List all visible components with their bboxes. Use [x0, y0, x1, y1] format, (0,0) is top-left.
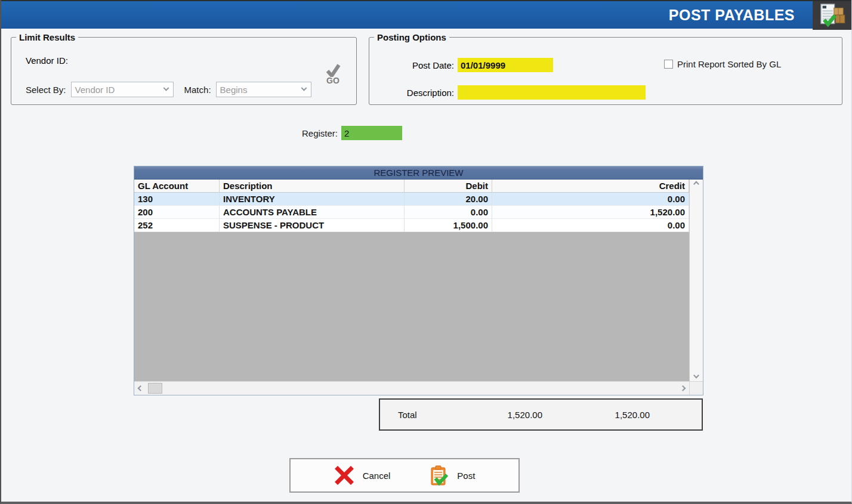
register-row: Register: 2 [302, 126, 402, 140]
vendor-id-label: Vendor ID: [26, 55, 68, 66]
posting-options-legend: Posting Options [374, 32, 449, 42]
table-cell-credit[interactable]: 1,520.00 [492, 206, 689, 219]
checkmark-icon [325, 64, 341, 77]
print-report-label: Print Report Sorted By GL [677, 59, 781, 69]
limit-results-group: Limit Results Vendor ID: Select By: Vend… [11, 32, 357, 105]
post-date-input[interactable]: 01/01/9999 [458, 58, 553, 72]
column-header-credit[interactable]: Credit [492, 180, 689, 193]
match-value: Begins [220, 85, 248, 95]
chevron-down-icon [163, 85, 169, 91]
match-dropdown[interactable]: Begins [216, 82, 311, 97]
post-clipboard-icon [428, 465, 449, 486]
scroll-left-icon[interactable] [138, 385, 144, 391]
go-button[interactable]: GO [325, 64, 341, 85]
register-input[interactable]: 2 [341, 126, 402, 140]
total-credit-value: 1,520.00 [571, 410, 650, 420]
go-label: GO [326, 76, 339, 85]
cancel-label: Cancel [363, 471, 391, 481]
table-cell-debit[interactable]: 20.00 [405, 193, 492, 206]
table-cell-debit[interactable]: 1,500.00 [405, 219, 492, 232]
select-by-value: Vendor ID [75, 85, 115, 95]
register-preview-table: REGISTER PREVIEW GL Account Description … [134, 166, 703, 395]
total-label: Total [398, 410, 417, 420]
table-cell-credit[interactable]: 0.00 [492, 219, 689, 232]
post-label: Post [457, 471, 475, 481]
table-cell-debit[interactable]: 0.00 [405, 206, 492, 219]
post-date-label: Post Date: [369, 60, 454, 70]
vertical-scrollbar[interactable] [689, 180, 703, 381]
horizontal-scrollbar[interactable] [134, 381, 689, 395]
match-label: Match: [184, 85, 211, 95]
register-label: Register: [302, 128, 338, 138]
print-report-checkbox[interactable] [664, 60, 673, 69]
table-cell-description[interactable]: SUSPENSE - PRODUCT [220, 219, 405, 232]
description-input[interactable] [458, 85, 646, 100]
cancel-x-icon [334, 465, 354, 486]
column-header-debit[interactable]: Debit [405, 180, 492, 193]
post-date-row: Post Date: 01/01/9999 [369, 58, 553, 72]
limit-controls-row: Select By: Vendor ID Match: Begins [26, 82, 311, 97]
limit-results-legend: Limit Results [16, 32, 78, 42]
action-button-panel: Cancel Post [289, 458, 520, 493]
post-button[interactable]: Post [428, 465, 475, 486]
print-report-check-group: Print Report Sorted By GL [664, 59, 781, 69]
chevron-down-icon [301, 85, 307, 91]
scrollbar-corner [689, 381, 703, 395]
column-header-gl-account[interactable]: GL Account [134, 180, 220, 193]
post-payables-icon [819, 4, 846, 27]
select-by-dropdown[interactable]: Vendor ID [71, 82, 174, 97]
title-icon-box [813, 1, 852, 30]
table-cell-gl-account[interactable]: 130 [134, 193, 220, 206]
table-empty-area [134, 232, 689, 381]
table-cell-description[interactable]: INVENTORY [220, 193, 405, 206]
page-title: POST PAYABLES [669, 1, 795, 30]
totals-box: Total 1,520.00 1,520.00 [379, 398, 703, 431]
table-cell-description[interactable]: ACCOUNTS PAYABLE [220, 206, 405, 219]
scroll-up-icon[interactable] [693, 181, 699, 187]
posting-options-group: Posting Options Post Date: 01/01/9999 Pr… [369, 32, 842, 105]
column-header-description[interactable]: Description [220, 180, 405, 193]
select-by-label: Select By: [26, 85, 66, 95]
cancel-button[interactable]: Cancel [334, 465, 391, 486]
table-cell-gl-account[interactable]: 200 [134, 206, 220, 219]
scroll-down-icon[interactable] [693, 373, 699, 379]
post-payables-window: POST PAYABLES Limit Results Vendor ID: S… [0, 0, 852, 504]
table-cell-credit[interactable]: 0.00 [492, 193, 689, 206]
table-cell-gl-account[interactable]: 252 [134, 219, 220, 232]
description-row: Description: [369, 85, 646, 100]
scroll-right-icon[interactable] [680, 385, 686, 391]
title-bar: POST PAYABLES [0, 0, 852, 29]
total-debit-value: 1,520.00 [464, 410, 542, 420]
register-preview-title: REGISTER PREVIEW [134, 166, 703, 180]
description-label: Description: [369, 88, 454, 98]
scrollbar-thumb[interactable] [148, 383, 162, 394]
